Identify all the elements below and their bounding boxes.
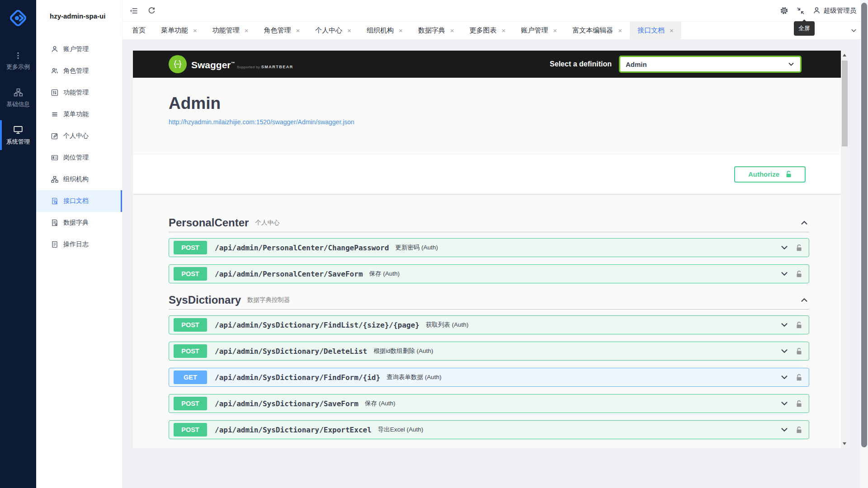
definition-select[interactable]: Admin — [619, 56, 802, 73]
method-badge: POST — [174, 267, 207, 281]
lock-open-icon[interactable] — [796, 244, 802, 252]
lock-open-icon[interactable] — [796, 321, 802, 329]
panel-scrollbar-thumb[interactable] — [842, 61, 848, 146]
endpoint-summary: 获取列表 (Auth) — [426, 321, 469, 329]
sidebar-item-label: 菜单功能 — [63, 110, 89, 118]
sidebar-item[interactable]: 操作日志 — [36, 234, 122, 255]
endpoint-row[interactable]: POST /api/admin/SysDictionary/ExportExce… — [169, 420, 809, 439]
endpoint-row[interactable]: GET /api/admin/SysDictionary/FindForm/{i… — [169, 368, 809, 387]
menu-fold-icon[interactable] — [130, 7, 138, 15]
tab[interactable]: 角色管理 × — [256, 22, 308, 39]
tab[interactable]: 富文本编辑器 × — [565, 22, 630, 39]
tab-close-icon[interactable]: × — [399, 27, 403, 34]
expand-chevron-icon[interactable] — [779, 399, 789, 408]
endpoint-row[interactable]: POST /api/admin/PersonalCenter/SaveForm … — [169, 264, 809, 283]
tab[interactable]: 个人中心 × — [307, 22, 359, 39]
expand-chevron-icon[interactable] — [779, 425, 789, 435]
endpoint-summary: 导出Excel (Auth) — [378, 426, 424, 434]
scroll-down-arrow[interactable] — [843, 442, 846, 445]
page-content: Swagger™ Supported by SMARTBEAR Select a… — [123, 40, 868, 488]
method-badge: POST — [174, 423, 207, 436]
sidebar-item-label: 组织机构 — [63, 175, 89, 183]
sidebar-item[interactable]: 岗位管理 — [36, 147, 122, 169]
section-header[interactable]: PersonalCenter 个人中心 — [169, 213, 809, 232]
main-area: 超级管理员 首页 菜单功能 × 功能管理 × 角色管理 × 个人中心 × 组织机… — [123, 0, 868, 488]
section-header[interactable]: SysDictionary 数据字典控制器 — [169, 291, 809, 310]
tab-close-icon[interactable]: × — [347, 27, 351, 34]
authorize-button[interactable]: Authorize — [734, 166, 806, 183]
endpoint-row[interactable]: POST /api/admin/PersonalCenter/ChangePas… — [169, 238, 809, 257]
window-scrollbar[interactable] — [860, 0, 868, 488]
tab-label: 角色管理 — [264, 26, 291, 35]
scroll-up-arrow[interactable] — [843, 54, 846, 56]
lock-open-icon[interactable] — [796, 400, 802, 408]
tab-close-icon[interactable]: × — [450, 27, 454, 34]
sidebar-item[interactable]: 数据字典 — [36, 212, 122, 234]
tab[interactable]: 功能管理 × — [205, 22, 256, 39]
section-description: 个人中心 — [255, 219, 279, 227]
tab[interactable]: 组织机构 × — [359, 22, 410, 39]
expand-chevron-icon[interactable] — [779, 346, 789, 356]
sidebar-item[interactable]: 角色管理 — [36, 60, 122, 82]
users-icon — [51, 67, 58, 75]
user-menu[interactable]: 超级管理员 — [813, 6, 857, 15]
sidebar-item[interactable]: 菜单功能 — [36, 103, 122, 125]
endpoint-row[interactable]: POST /api/admin/SysDictionary/FindList/{… — [169, 315, 809, 334]
tab[interactable]: 菜单功能 × — [153, 22, 205, 39]
lock-open-icon[interactable] — [796, 347, 802, 355]
tab[interactable]: 更多图表 × — [462, 22, 514, 39]
tab-close-icon[interactable]: × — [553, 27, 557, 34]
lock-open-icon[interactable] — [796, 374, 802, 381]
refresh-icon[interactable] — [148, 7, 156, 14]
tab-bar: 首页 菜单功能 × 功能管理 × 角色管理 × 个人中心 × 组织机构 × 数据… — [123, 22, 868, 40]
tab-label: 个人中心 — [315, 26, 342, 35]
org-chart-icon — [14, 88, 23, 97]
monitor-icon — [13, 125, 23, 135]
tab-label: 账户管理 — [521, 26, 548, 35]
chevron-down-icon — [788, 61, 795, 68]
tabs-overflow-chevron-icon[interactable] — [850, 22, 857, 39]
tab-close-icon[interactable]: × — [502, 27, 506, 34]
collapse-chevron-icon[interactable] — [799, 295, 809, 305]
tab-close-icon[interactable]: × — [670, 27, 674, 34]
tab-label: 菜单功能 — [161, 26, 188, 35]
spec-url-link[interactable]: http://hzyadmin.milaizhijie.com:1520/swa… — [169, 118, 354, 126]
logo-diamond-icon — [8, 8, 28, 28]
sidebar-item[interactable]: 账户管理 — [36, 38, 122, 60]
expand-chevron-icon[interactable] — [779, 372, 789, 382]
expand-chevron-icon[interactable] — [779, 243, 789, 253]
lock-open-icon[interactable] — [796, 270, 802, 278]
tab-close-icon[interactable]: × — [245, 27, 249, 34]
tab[interactable]: 数据字典 × — [410, 22, 462, 39]
tab-close-icon[interactable]: × — [193, 27, 197, 34]
app-logo[interactable] — [0, 0, 36, 36]
tab[interactable]: 账户管理 × — [513, 22, 565, 39]
endpoint-row[interactable]: POST /api/admin/SysDictionary/DeleteList… — [169, 342, 809, 361]
sidebar-item[interactable]: 个人中心 — [36, 125, 122, 147]
sidebar-item[interactable]: 组织机构 — [36, 169, 122, 190]
endpoint-summary: 更新密码 (Auth) — [395, 244, 438, 252]
collapse-chevron-icon[interactable] — [799, 218, 809, 228]
sidebar-item[interactable]: 功能管理 — [36, 82, 122, 103]
rail-item[interactable]: 更多示例 — [0, 42, 36, 80]
rail-item[interactable]: 基础信息 — [0, 80, 36, 117]
tab[interactable]: 接口文档 × — [630, 22, 681, 39]
tab-close-icon[interactable]: × — [296, 27, 300, 34]
window-scrollbar-thumb[interactable] — [861, 3, 867, 447]
fullscreen-exit-icon[interactable] — [797, 7, 805, 15]
expand-chevron-icon[interactable] — [779, 320, 789, 330]
expand-chevron-icon[interactable] — [779, 269, 789, 279]
tab[interactable]: 首页 — [124, 22, 153, 39]
lock-open-icon[interactable] — [796, 426, 802, 434]
tab-label: 富文本编辑器 — [572, 26, 613, 35]
rail-item-label: 系统管理 — [6, 138, 30, 146]
endpoint-row[interactable]: POST /api/admin/SysDictionary/SaveForm 保… — [169, 394, 809, 413]
rail-item[interactable]: 系统管理 — [0, 117, 36, 154]
sidebar-item[interactable]: 接口文档 — [36, 190, 122, 212]
method-badge: POST — [174, 318, 207, 332]
panel-scrollbar[interactable] — [841, 51, 849, 448]
gear-icon[interactable] — [780, 6, 788, 15]
rail-menu: 更多示例 基础信息 系统管理 — [0, 42, 36, 154]
tab-close-icon[interactable]: × — [618, 27, 622, 34]
user-icon — [51, 46, 58, 53]
